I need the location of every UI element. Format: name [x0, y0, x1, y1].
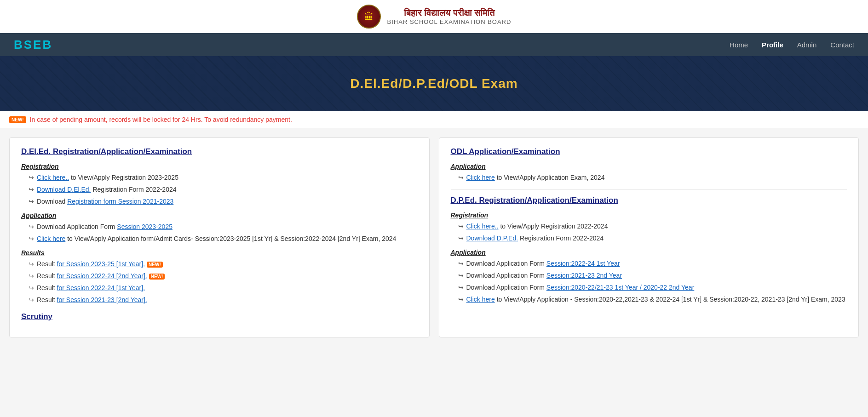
dped-heading[interactable]: D.P.Ed. Registration/Application/Examina… — [451, 196, 847, 205]
arrow-icon-2: ↪ — [29, 185, 34, 194]
arrow-icon-5: ↪ — [29, 234, 34, 244]
dped-app-item-2: ↪ Download Application Form Session:2021… — [458, 271, 847, 280]
dped-registration-heading: Registration — [451, 211, 847, 219]
result-prefix-3: Result — [37, 284, 57, 291]
arrow-icon-16: ↪ — [458, 295, 464, 304]
deled-results-heading: Results — [21, 249, 418, 257]
deled-result-link-1[interactable]: for Session 2023-25 [1st Year]. — [57, 260, 145, 268]
dped-app-item-4: ↪ Click here to View/Apply Application -… — [458, 295, 847, 304]
left-panel: D.El.Ed. Registration/Application/Examin… — [9, 137, 430, 337]
deled-result-item-3: ↪ Result for Session 2022-24 [1st Year]. — [29, 283, 418, 293]
logo-bar: 🏛 बिहार विद्यालय परीक्षा समिति BIHAR SCH… — [0, 0, 868, 33]
nav-home-link[interactable]: Home — [730, 41, 748, 49]
new-badge-r2: NEW! — [149, 274, 165, 280]
arrow-icon-4: ↪ — [29, 222, 34, 232]
deled-result-link-2[interactable]: for Session 2022-24 [2nd Year]. — [57, 272, 147, 280]
notice-text: In case of pending amount, records will … — [30, 116, 292, 123]
dped-app-prefix-1: Download Application Form — [466, 260, 546, 267]
logo-hindi-text: बिहार विद्यालय परीक्षा समिति — [404, 8, 495, 18]
arrow-icon-10: ↪ — [458, 173, 464, 183]
dped-app-item-1: ↪ Download Application Form Session:2022… — [458, 259, 847, 268]
deled-reg-item-2: ↪ Download D.El.Ed. Registration Form 20… — [29, 185, 418, 194]
result-prefix-4: Result — [37, 296, 57, 303]
deled-registration-heading: Registration — [21, 163, 418, 170]
arrow-icon-11: ↪ — [458, 222, 464, 231]
deled-scrutiny-heading[interactable]: Scrutiny — [21, 312, 418, 321]
deled-reg-link-2[interactable]: Download D.El.Ed. — [37, 186, 91, 193]
dped-reg-link-2[interactable]: Download D.P.Ed. — [466, 234, 518, 242]
navbar: BSEB Home Profile Admin Contact — [0, 33, 868, 56]
nav-contact-link[interactable]: Contact — [830, 41, 854, 49]
deled-app-item-2: ↪ Click here to View/Apply Application f… — [29, 234, 418, 244]
navbar-links: Home Profile Admin Contact — [730, 41, 854, 49]
deled-reg-item-1: ↪ Click here.. to View/Apply Registratio… — [29, 173, 418, 183]
deled-app-link-2[interactable]: Click here — [37, 235, 65, 242]
deled-result-link-3[interactable]: for Session 2022-24 [1st Year]. — [57, 284, 145, 291]
dped-app-prefix-3: Download Application Form — [466, 284, 546, 291]
dped-app-link-2[interactable]: Session:2021-23 2nd Year — [546, 272, 622, 279]
dped-reg-text-2: Registration Form 2022-2024 — [518, 234, 604, 242]
main-content: D.El.Ed. Registration/Application/Examin… — [0, 128, 868, 347]
hero-banner: D.El.Ed/D.P.Ed/ODL Exam — [0, 56, 868, 111]
deled-reg-download-prefix: Download — [37, 198, 67, 205]
odl-app-link-1[interactable]: Click here — [466, 174, 495, 181]
logo-english-text: BIHAR SCHOOL EXAMINATION BOARD — [387, 18, 512, 25]
notice-badge: NEW! — [9, 116, 26, 123]
dped-app-link-3[interactable]: Session:2020-22/21-23 1st Year / 2020-22… — [546, 284, 694, 291]
nav-home[interactable]: Home — [730, 41, 748, 49]
dped-reg-link-1[interactable]: Click here.. — [466, 223, 499, 230]
nav-admin[interactable]: Admin — [797, 41, 817, 49]
odl-app-item-1: ↪ Click here to View/Apply Application E… — [458, 173, 847, 183]
arrow-icon-3: ↪ — [29, 197, 34, 206]
deled-result-item-4: ↪ Result for Session 2021-23 [2nd Year]. — [29, 295, 418, 305]
odl-app-text-1: to View/Apply Application Exam, 2024 — [495, 174, 605, 181]
logo-text-block: बिहार विद्यालय परीक्षा समिति BIHAR SCHOO… — [387, 8, 512, 25]
result-prefix-1: Result — [37, 260, 57, 268]
dped-app-item-3: ↪ Download Application Form Session:2020… — [458, 283, 847, 292]
arrow-icon-8: ↪ — [29, 283, 34, 293]
right-panel: ODL Application/Examination Application … — [439, 137, 859, 337]
dped-app-text-4: to View/Apply Application - Session:2020… — [495, 296, 845, 303]
arrow-icon-14: ↪ — [458, 271, 464, 280]
arrow-icon-12: ↪ — [458, 234, 464, 243]
dped-app-link-1[interactable]: Session:2022-24 1st Year — [546, 260, 620, 267]
notice-bar: NEW! In case of pending amount, records … — [0, 111, 868, 128]
dped-application-heading: Application — [451, 249, 847, 256]
nav-profile-link[interactable]: Profile — [762, 41, 783, 49]
new-badge-r1: NEW! — [147, 262, 163, 268]
hero-title: D.El.Ed/D.P.Ed/ODL Exam — [350, 76, 517, 91]
arrow-icon-9: ↪ — [29, 295, 34, 305]
nav-admin-link[interactable]: Admin — [797, 41, 817, 49]
nav-profile[interactable]: Profile — [762, 41, 783, 49]
deled-app-text-1: Download Application Form — [37, 223, 117, 230]
arrow-icon-6: ↪ — [29, 259, 34, 269]
arrow-icon-7: ↪ — [29, 271, 34, 281]
arrow-icon-13: ↪ — [458, 259, 464, 268]
nav-contact[interactable]: Contact — [830, 41, 854, 49]
deled-app-link-1[interactable]: Session 2023-2025 — [117, 223, 172, 230]
arrow-icon-15: ↪ — [458, 283, 464, 292]
deled-app-item-1: ↪ Download Application Form Session 2023… — [29, 222, 418, 232]
deled-result-item-1: ↪ Result for Session 2023-25 [1st Year].… — [29, 259, 418, 269]
dped-reg-item-1: ↪ Click here.. to View/Apply Registratio… — [458, 222, 847, 231]
dped-app-link-4[interactable]: Click here — [466, 296, 495, 303]
deled-result-link-4[interactable]: for Session 2021-23 [2nd Year]. — [57, 296, 147, 303]
arrow-icon-1: ↪ — [29, 173, 34, 183]
deled-application-heading: Application — [21, 212, 418, 219]
deled-app-text-2: to View/Apply Application form/Admit Car… — [65, 235, 396, 242]
dped-reg-item-2: ↪ Download D.P.Ed. Registration Form 202… — [458, 234, 847, 243]
section-divider — [451, 189, 847, 189]
deled-reg-link-1[interactable]: Click here.. — [37, 174, 69, 181]
deled-reg-link-3[interactable]: Registration form Session 2021-2023 — [67, 198, 173, 205]
dped-reg-text-1: to View/Apply Registration 2022-2024 — [499, 223, 608, 230]
odl-application-heading: Application — [451, 163, 847, 170]
deled-reg-item-3: ↪ Download Registration form Session 202… — [29, 197, 418, 206]
deled-reg-text-1: to View/Apply Registration 2023-2025 — [69, 174, 178, 181]
navbar-brand[interactable]: BSEB — [14, 38, 52, 52]
odl-heading[interactable]: ODL Application/Examination — [451, 147, 847, 156]
dped-app-prefix-2: Download Application Form — [466, 272, 546, 279]
deled-result-item-2: ↪ Result for Session 2022-24 [2nd Year].… — [29, 271, 418, 281]
deled-heading[interactable]: D.El.Ed. Registration/Application/Examin… — [21, 147, 418, 156]
result-prefix-2: Result — [37, 272, 57, 280]
logo-emblem: 🏛 — [357, 5, 381, 29]
